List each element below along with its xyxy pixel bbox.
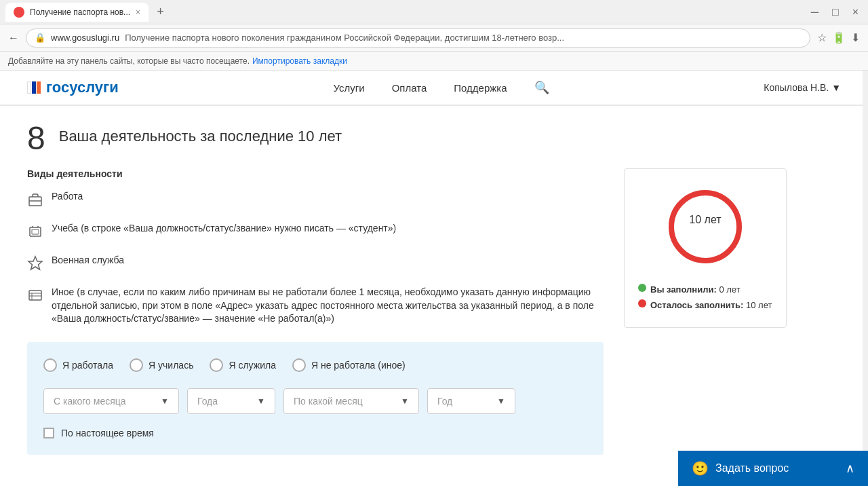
radio-label-studied: Я училась bbox=[149, 360, 193, 371]
radio-circle-worked bbox=[43, 358, 57, 372]
close-button[interactable]: × bbox=[848, 5, 863, 20]
tab-close-btn[interactable]: × bbox=[136, 7, 140, 17]
activity-text-study: Учеба (в строке «Ваша должность/статус/з… bbox=[52, 222, 396, 236]
import-bookmarks-link[interactable]: Импортировать закладки bbox=[252, 56, 347, 66]
content-layout: Виды деятельности Работа bbox=[27, 168, 787, 455]
to-month-select[interactable]: По какой месяц ▼ bbox=[283, 388, 419, 414]
ask-button-icon: 🙂 bbox=[692, 460, 709, 476]
ask-button-expand: ∧ bbox=[846, 461, 854, 476]
circle-container: 10 лет bbox=[638, 183, 772, 271]
radio-served[interactable]: Я служила bbox=[210, 358, 275, 372]
svg-point-9 bbox=[671, 193, 739, 261]
tab-favicon bbox=[14, 7, 24, 18]
battery-icon: 🔋 bbox=[832, 31, 846, 44]
section-number: 8 bbox=[27, 122, 45, 155]
legend-remaining-text: Осталось заполнить: 10 лет bbox=[650, 297, 772, 313]
radio-label-worked: Я работала bbox=[62, 360, 113, 371]
url-domain: www.gosuslugi.ru bbox=[51, 33, 119, 43]
site-header: госуслуги Услуги Оплата Поддержка 🔍 Копы… bbox=[0, 71, 868, 106]
from-month-placeholder: С какого месяца bbox=[54, 396, 155, 407]
bookmarks-bar: Добавляйте на эту панель сайты, которые … bbox=[0, 52, 868, 71]
back-button[interactable]: ← bbox=[8, 32, 19, 44]
radio-label-served: Я служила bbox=[229, 360, 275, 371]
activity-text-military: Военная служба bbox=[52, 254, 124, 267]
address-bar: ← 🔒 www.gosuslugi.ru Получение паспорта … bbox=[0, 24, 868, 52]
progress-legend: Вы заполнили: 0 лет Осталось заполнить: … bbox=[638, 282, 772, 314]
from-year-arrow: ▼ bbox=[257, 396, 265, 406]
from-month-select[interactable]: С какого месяца ▼ bbox=[43, 388, 179, 414]
new-tab-button[interactable]: + bbox=[151, 5, 170, 19]
bookmark-icon[interactable]: ☆ bbox=[817, 31, 827, 44]
restore-button[interactable]: □ bbox=[828, 5, 843, 20]
from-month-arrow: ▼ bbox=[161, 396, 169, 406]
radio-circle-studied bbox=[130, 358, 143, 372]
svg-rect-2 bbox=[32, 229, 39, 234]
dot-green bbox=[638, 284, 646, 292]
present-checkbox-label: По настоящее время bbox=[61, 428, 154, 438]
ask-button-left: 🙂 Задать вопрос bbox=[692, 460, 789, 476]
activity-item-other: Иное (в случае, если по каким либо причи… bbox=[27, 286, 604, 326]
tab-title: Получение паспорта нов... bbox=[30, 7, 130, 17]
radio-circle-not-worked bbox=[292, 358, 306, 372]
user-dropdown-arrow: ▼ bbox=[831, 82, 841, 93]
browser-titlebar: Получение паспорта нов... × + ─ □ × bbox=[0, 0, 868, 24]
main-content: 8 Ваша деятельность за последние 10 лет … bbox=[0, 106, 814, 482]
date-row: С какого месяца ▼ Года ▼ По какой месяц … bbox=[43, 388, 587, 414]
radio-worked[interactable]: Я работала bbox=[43, 358, 113, 372]
nav-services[interactable]: Услуги bbox=[334, 82, 365, 94]
legend-remaining: Осталось заполнить: 10 лет bbox=[638, 297, 772, 313]
to-year-placeholder: Год bbox=[437, 396, 492, 407]
to-year-arrow: ▼ bbox=[497, 396, 505, 406]
to-month-placeholder: По какой месяц bbox=[294, 396, 395, 407]
page-content: госуслуги Услуги Оплата Поддержка 🔍 Копы… bbox=[0, 71, 868, 486]
dot-red bbox=[638, 299, 646, 307]
scrollbar[interactable] bbox=[863, 71, 868, 486]
from-year-select[interactable]: Года ▼ bbox=[187, 388, 275, 414]
content-left: Виды деятельности Работа bbox=[27, 168, 604, 455]
activity-item-work: Работа bbox=[27, 190, 604, 211]
study-icon bbox=[27, 223, 43, 243]
browser-tab[interactable]: Получение паспорта нов... × bbox=[5, 3, 149, 22]
svg-text:10 лет: 10 лет bbox=[689, 214, 722, 225]
url-input[interactable]: 🔒 www.gosuslugi.ru Получение паспорта но… bbox=[26, 29, 810, 48]
radio-circle-served bbox=[210, 358, 223, 372]
nav-support[interactable]: Поддержка bbox=[454, 82, 507, 94]
window-controls: ─ □ × bbox=[807, 5, 863, 20]
content-right: 10 лет Вы заполнили: 0 лет bbox=[624, 168, 787, 455]
present-checkbox-row: По настоящее время bbox=[43, 428, 587, 438]
minimize-button[interactable]: ─ bbox=[807, 5, 823, 20]
military-icon bbox=[27, 255, 43, 275]
other-icon bbox=[27, 287, 43, 307]
activity-item-military: Военная служба bbox=[27, 254, 604, 275]
present-checkbox[interactable] bbox=[43, 428, 54, 438]
to-year-select[interactable]: Год ▼ bbox=[427, 388, 515, 414]
nav-payment[interactable]: Оплата bbox=[392, 82, 427, 94]
legend-filled: Вы заполнили: 0 лет bbox=[638, 282, 772, 297]
activity-item-study: Учеба (в строке «Ваша должность/статус/з… bbox=[27, 222, 604, 243]
from-year-placeholder: Года bbox=[197, 396, 252, 407]
site-nav: Услуги Оплата Поддержка 🔍 bbox=[334, 80, 549, 95]
progress-circle: 10 лет bbox=[661, 183, 749, 271]
logo-uslugi: услуги bbox=[69, 79, 119, 96]
url-path: Получение паспорта нового поколения граж… bbox=[125, 33, 564, 43]
form-area: Я работала Я училась Я служила Я не bbox=[27, 342, 604, 455]
flag-icon bbox=[27, 81, 41, 94]
svg-marker-3 bbox=[28, 257, 42, 269]
ask-question-button[interactable]: 🙂 Задать вопрос ∧ bbox=[678, 451, 868, 486]
ask-button-label: Задать вопрос bbox=[715, 462, 789, 474]
logo[interactable]: госуслуги bbox=[27, 79, 119, 96]
bookmarks-text: Добавляйте на эту панель сайты, которые … bbox=[8, 56, 250, 66]
user-info[interactable]: Копылова Н.В. ▼ bbox=[764, 82, 841, 93]
section-header: 8 Ваша деятельность за последние 10 лет bbox=[27, 122, 787, 155]
toolbar-icons: ☆ 🔋 ⬇ bbox=[817, 31, 860, 44]
download-icon[interactable]: ⬇ bbox=[851, 31, 860, 44]
activity-text-other: Иное (в случае, если по каким либо причи… bbox=[52, 286, 604, 326]
logo-gos: гос bbox=[46, 79, 69, 96]
radio-not-worked[interactable]: Я не работала (иное) bbox=[292, 358, 406, 372]
activity-text-work: Работа bbox=[52, 190, 83, 204]
section-title: Ваша деятельность за последние 10 лет bbox=[59, 128, 342, 145]
radio-group: Я работала Я училась Я служила Я не bbox=[43, 358, 587, 372]
radio-studied[interactable]: Я училась bbox=[130, 358, 193, 372]
to-month-arrow: ▼ bbox=[401, 396, 409, 406]
search-button[interactable]: 🔍 bbox=[534, 80, 549, 95]
